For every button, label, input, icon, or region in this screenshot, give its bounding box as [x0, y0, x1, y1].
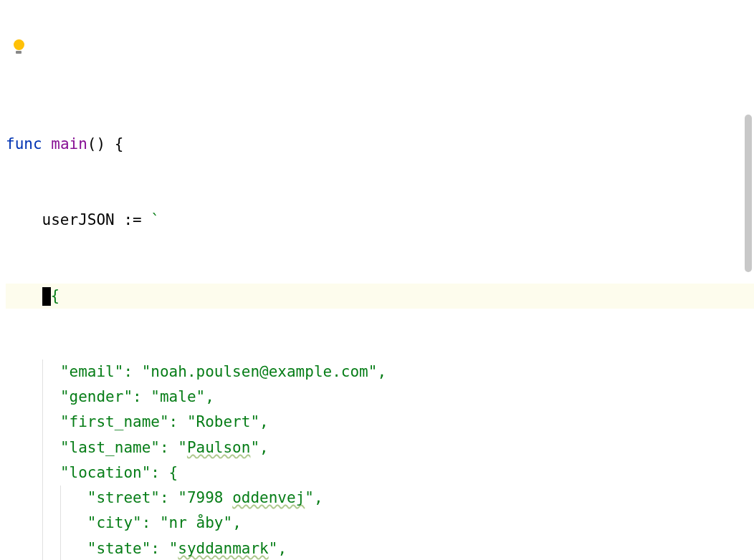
json-key: "city": [87, 514, 142, 531]
parens: (): [87, 135, 105, 153]
json-trailing: ,: [277, 540, 287, 557]
editor-gutter: [0, 0, 34, 560]
json-key: "gender": [60, 388, 133, 405]
variable-name: userJSON: [42, 211, 115, 228]
json-key: "state": [87, 540, 151, 557]
assign-op: :=: [115, 211, 151, 228]
code-line: "street": "7998 oddenvej",: [6, 486, 754, 511]
json-trailing: ,: [314, 489, 323, 506]
code-line: "gender": "male",: [6, 385, 754, 410]
json-trailing: ,: [205, 388, 214, 405]
json-value: "Robert": [187, 413, 259, 430]
lightbulb-icon[interactable]: [11, 39, 26, 58]
json-trailing: ,: [259, 413, 269, 430]
code-line: "email": "noah.poulsen@example.com",: [6, 359, 754, 385]
json-sep: : {: [151, 464, 178, 481]
json-key: "street": [87, 489, 160, 506]
vertical-scrollbar[interactable]: [745, 115, 752, 272]
json-value: "male": [151, 388, 205, 405]
json-value: "nr åby": [160, 514, 232, 531]
code-line: "first_name": "Robert",: [6, 410, 754, 435]
json-sep: :: [160, 439, 178, 456]
code-line: "city": "nr åby",: [6, 511, 754, 536]
text-cursor: [42, 287, 51, 306]
backtick: `: [151, 211, 160, 228]
code-line: "state": "syddanmark",: [6, 536, 754, 560]
code-line: userJSON := `: [6, 208, 754, 233]
json-key: "email": [60, 363, 124, 380]
json-value: "syddanmark": [169, 540, 278, 557]
json-sep: :: [133, 388, 151, 405]
open-brace: {: [105, 135, 123, 153]
json-trailing: ,: [377, 363, 386, 380]
code-line-highlighted: {: [6, 284, 754, 309]
json-key: "location": [60, 464, 151, 481]
json-trailing: ,: [232, 514, 242, 531]
json-key: "first_name": [60, 413, 169, 430]
json-sep: :: [142, 514, 160, 531]
function-name: main: [51, 135, 87, 153]
json-value: "7998 oddenvej": [178, 489, 314, 506]
json-trailing: ,: [259, 439, 269, 456]
code-line: "last_name": "Paulson",: [6, 435, 754, 460]
json-sep: :: [169, 413, 187, 430]
json-sep: :: [160, 489, 178, 506]
json-sep: :: [123, 363, 141, 380]
json-key: "last_name": [60, 439, 160, 456]
json-value: "noah.poulsen@example.com": [142, 363, 378, 380]
code-line: func main() {: [6, 132, 754, 157]
json-sep: :: [151, 540, 168, 557]
code-line: "location": {: [6, 460, 754, 486]
json-open-brace: {: [51, 287, 60, 304]
json-value: "Paulson": [178, 439, 259, 456]
code-editor[interactable]: func main() { userJSON := ` { "email": "…: [0, 0, 754, 560]
